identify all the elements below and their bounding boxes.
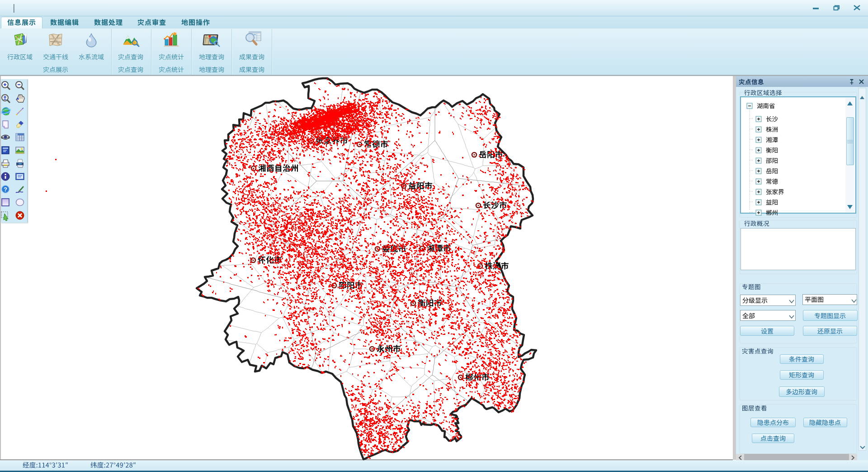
svg-text:?: ? (4, 186, 7, 193)
